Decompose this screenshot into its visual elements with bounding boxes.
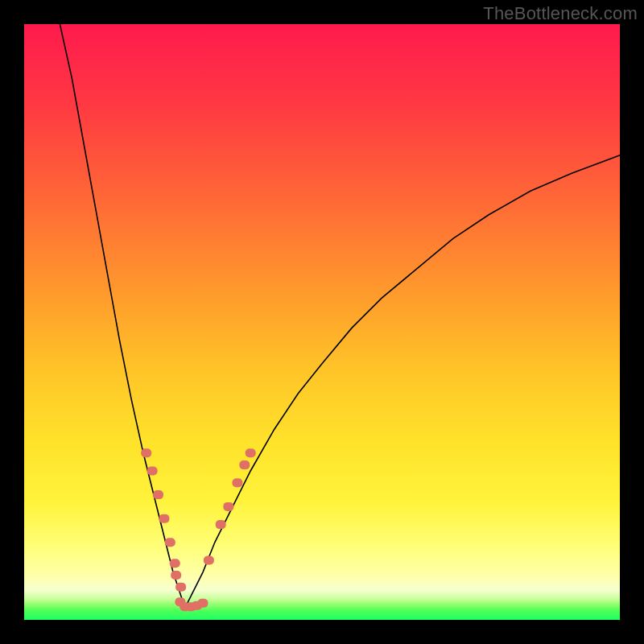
marker-left-arm-points <box>147 467 158 476</box>
marker-left-arm-points <box>159 514 169 523</box>
marker-right-arm-points <box>223 502 233 511</box>
marker-left-arm-points <box>141 448 151 457</box>
marker-right-arm-points <box>216 520 226 529</box>
curve-right-arm <box>185 155 620 608</box>
chart-svg <box>24 24 620 620</box>
marker-left-arm-points <box>175 583 186 592</box>
chart-frame: TheBottleneck.com <box>0 0 644 644</box>
marker-right-arm-points <box>246 448 256 457</box>
marker-right-arm-points <box>204 556 214 565</box>
plot-area <box>24 24 620 620</box>
marker-left-arm-points <box>153 490 163 499</box>
watermark-text: TheBottleneck.com <box>483 3 638 24</box>
marker-left-arm-points <box>171 571 181 580</box>
marker-trough-points <box>198 599 208 608</box>
marker-group <box>141 448 256 611</box>
curve-group <box>60 24 620 608</box>
marker-right-arm-points <box>232 478 242 487</box>
marker-left-arm-points <box>170 559 180 568</box>
marker-left-arm-points <box>165 538 175 547</box>
marker-right-arm-points <box>239 460 250 469</box>
